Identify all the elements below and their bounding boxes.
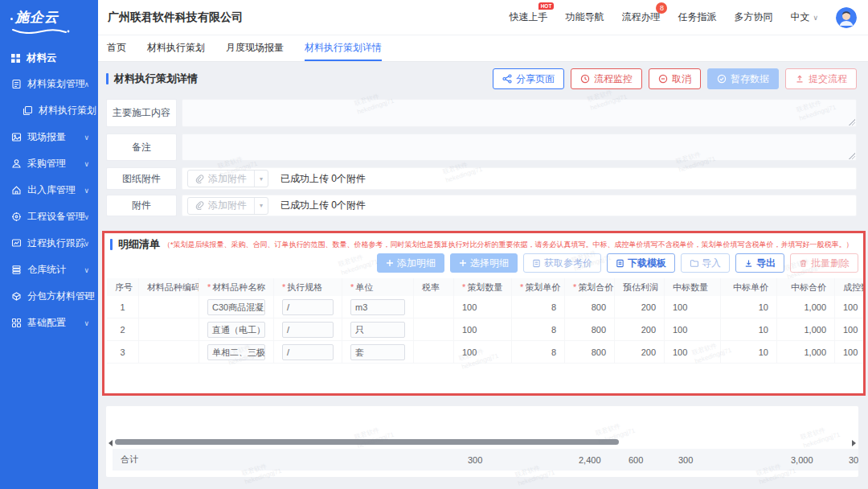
table-cell: 1,000 xyxy=(777,341,835,364)
material-name-input[interactable]: 直通（电工）dn20 xyxy=(207,322,265,338)
section-note: （*策划是后续报量、采购、合同、订单执行的范围、数量、价格参考，同时策划也是预算… xyxy=(163,240,854,250)
material-name-input[interactable]: C30商品混凝土 xyxy=(207,299,265,315)
tab-monthly-site-measurement[interactable]: 月度现场报量 xyxy=(226,35,284,61)
spec-input[interactable]: / xyxy=(282,299,334,315)
cancel-icon xyxy=(658,74,668,84)
summary-cell xyxy=(420,449,460,471)
squares-icon xyxy=(11,318,22,328)
sidebar-section-label: 材料云 xyxy=(27,51,57,65)
batch-delete-button[interactable]: 批量删除 xyxy=(790,253,858,273)
summary-cell xyxy=(280,449,348,471)
download-template-button[interactable]: 下载模板 xyxy=(607,253,675,273)
tab-material-execution-planning[interactable]: 材料执行策划 xyxy=(147,35,205,61)
unit-input[interactable]: m3 xyxy=(350,299,405,315)
sidebar-item-procurement-mgmt[interactable]: 采购管理 ∨ xyxy=(0,150,98,177)
home-icon xyxy=(11,185,22,195)
detail-table: 序号 材料品种编码 *材料品种名称 *执行规格 *单位 税率 *策划数量 *策划… xyxy=(107,278,863,364)
summary-cell xyxy=(727,449,783,471)
tab-material-execution-planning-detail[interactable]: 材料执行策划详情 xyxy=(305,35,382,61)
spec-input[interactable]: / xyxy=(282,344,334,360)
table-cell: 100 xyxy=(835,318,863,341)
scroll-right-arrow[interactable] xyxy=(852,440,856,446)
sidebar-item-warehouse-stats[interactable]: 仓库统计 ∨ xyxy=(0,257,98,283)
avatar-image xyxy=(836,7,857,28)
tab-home[interactable]: 首页 xyxy=(107,35,126,61)
sidebar-item-warehouse-in-out[interactable]: 出入库管理 ∨ xyxy=(0,177,98,203)
horizontal-scrollbar xyxy=(108,438,857,446)
field-label: 主要施工内容 xyxy=(106,99,177,127)
sidebar-item-process-tracking[interactable]: 过程执行跟踪 ∨ xyxy=(0,230,98,257)
language-selector[interactable]: 中文 ∨ xyxy=(790,10,818,24)
scroll-left-arrow[interactable] xyxy=(108,440,113,446)
app-logo[interactable]: 施企云 xyxy=(0,0,98,40)
table-cell: 200 xyxy=(615,296,665,318)
sidebar-item-material-cloud[interactable]: 材料云 xyxy=(0,45,98,71)
sidebar-item-equipment-mgmt[interactable]: 工程设备管理 ∨ xyxy=(0,203,98,230)
table-cell: 100 xyxy=(454,318,512,341)
get-reference-price-button[interactable]: 获取参考价 xyxy=(523,253,601,273)
table-cell: 10 xyxy=(721,318,777,341)
share-page-button[interactable]: 分享页面 xyxy=(493,68,564,89)
copy-icon xyxy=(23,105,33,116)
table-cell: 100 xyxy=(665,296,721,318)
table-cell: 200 xyxy=(615,318,665,341)
spec-input[interactable]: / xyxy=(282,322,334,338)
select-detail-button[interactable]: 选择明细 xyxy=(450,253,518,273)
scrollbar-thumb[interactable] xyxy=(115,439,619,445)
unit-input[interactable]: 套 xyxy=(350,344,405,360)
add-attachment-button[interactable]: 添加附件 ▾ xyxy=(187,170,268,187)
document-icon xyxy=(532,259,541,268)
table-cell: 单相二、三极插座 xyxy=(199,341,274,364)
summary-cell: 3,000 xyxy=(783,449,841,471)
table-row: 2 直通（电工）dn20 / 只 100 8 800 200 100 10 1,… xyxy=(107,318,863,341)
chevron-down-icon: ∨ xyxy=(84,134,89,142)
chevron-up-icon: ∧ xyxy=(84,80,89,88)
export-button[interactable]: 导出 xyxy=(735,253,784,273)
table-cell: 1,000 xyxy=(777,318,835,341)
import-button[interactable]: 导入 xyxy=(681,253,730,273)
sidebar-item-basic-config[interactable]: 基础配置 ∨ xyxy=(0,310,98,336)
column-header: *单位 xyxy=(342,278,414,296)
summary-cell: 2,400 xyxy=(571,449,620,471)
table-toolbar: 添加明细 选择明细 获取参考价 下载模板 导入 xyxy=(377,253,858,273)
column-header: 中标合价 xyxy=(777,278,835,296)
resize-handle[interactable] xyxy=(848,118,855,125)
cancel-button[interactable]: 取消 xyxy=(649,68,701,89)
nav-multi-collaboration[interactable]: 多方协同 xyxy=(734,10,772,24)
table-cell xyxy=(414,318,454,341)
process-monitor-button[interactable]: 流程监控 xyxy=(571,68,642,89)
user-avatar[interactable] xyxy=(836,7,857,28)
column-header: 中标数量 xyxy=(665,278,721,296)
attachment-dropdown-caret[interactable]: ▾ xyxy=(254,171,268,187)
table-cell: 100 xyxy=(835,296,863,318)
unit-input[interactable]: 只 xyxy=(350,322,405,338)
sidebar-item-site-measurement[interactable]: 现场报量 ∨ xyxy=(0,124,98,150)
sidebar-item-subcontractor-material-mgmt[interactable]: 分包方材料管理 ∨ xyxy=(0,283,98,310)
save-draft-button[interactable]: 暂存数据 xyxy=(707,68,779,89)
table-cell: / xyxy=(274,296,342,318)
nav-quick-start[interactable]: 快速上手 HOT xyxy=(509,10,547,24)
chevron-down-icon: ∨ xyxy=(84,213,89,221)
column-header: *策划单价 xyxy=(512,278,565,296)
sidebar-item-material-execution-planning[interactable]: 材料执行策划 xyxy=(0,97,98,124)
remarks-textarea[interactable] xyxy=(182,134,857,161)
document-icon xyxy=(11,79,22,89)
table-cell: 8 xyxy=(512,318,565,341)
material-name-input[interactable]: 单相二、三极插座 xyxy=(207,344,265,360)
submit-workflow-button[interactable]: 提交流程 xyxy=(785,68,857,89)
attachment-dropdown-caret[interactable]: ▾ xyxy=(254,198,268,214)
document-icon xyxy=(616,259,624,268)
main-construction-content-textarea[interactable] xyxy=(182,99,857,127)
table-cell: 3 xyxy=(107,341,139,364)
sidebar-item-material-planning-mgmt[interactable]: 材料策划管理 ∧ xyxy=(0,71,98,97)
nav-feature-navigation[interactable]: 功能导航 xyxy=(565,10,604,24)
package-icon xyxy=(11,291,22,302)
nav-process-handling[interactable]: 流程办理 8 xyxy=(621,10,660,24)
required-star: * xyxy=(520,282,523,292)
add-attachment-button[interactable]: 添加附件 ▾ xyxy=(187,197,268,215)
nav-task-assignment[interactable]: 任务指派 xyxy=(678,10,716,24)
resize-handle[interactable] xyxy=(848,152,855,159)
image-icon xyxy=(11,132,22,142)
add-detail-button[interactable]: 添加明细 xyxy=(377,253,444,273)
chevron-down-icon: ∨ xyxy=(84,266,89,274)
